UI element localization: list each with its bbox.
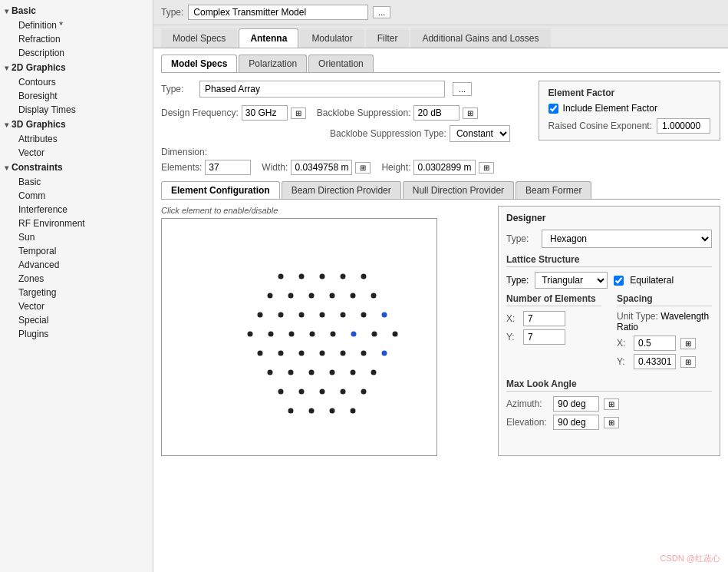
array-dot-47[interactable] xyxy=(351,408,356,414)
equilateral-checkbox[interactable] xyxy=(614,276,624,286)
backlobe-type-select[interactable]: ConstantVariable xyxy=(450,125,510,142)
array-dot-33[interactable] xyxy=(268,370,273,375)
array-dot-22[interactable] xyxy=(331,332,336,337)
lattice-type-select[interactable]: TriangularRectangular xyxy=(535,272,608,289)
array-dot-16[interactable] xyxy=(361,312,367,318)
array-dot-14[interactable] xyxy=(320,312,325,318)
array-dot-3[interactable] xyxy=(341,274,346,279)
array-dot-8[interactable] xyxy=(330,293,335,299)
sidebar-item-sun[interactable]: Sun xyxy=(0,230,153,244)
num-y-input[interactable] xyxy=(523,329,565,345)
sidebar-item-contours[interactable]: Contours xyxy=(0,75,153,89)
sidebar-item-basic[interactable]: Basic xyxy=(0,175,153,189)
sidebar-section-basic[interactable]: ▾Basic xyxy=(0,3,153,18)
sidebar-item-boresight[interactable]: Boresight xyxy=(0,89,153,103)
azimuth-calc-button[interactable]: ⊞ xyxy=(604,398,619,410)
sidebar-section-constraints[interactable]: ▾Constraints xyxy=(0,160,153,175)
array-dot-40[interactable] xyxy=(299,389,305,395)
width-calc-button[interactable]: ⊞ xyxy=(355,162,371,174)
array-dot-15[interactable] xyxy=(341,312,346,318)
array-dot-21[interactable] xyxy=(310,332,315,337)
subtab-orientation[interactable]: Orientation xyxy=(308,55,374,72)
array-dot-25[interactable] xyxy=(393,332,398,337)
array-dot-31[interactable] xyxy=(361,351,367,356)
array-dot-12[interactable] xyxy=(278,312,284,318)
config-tab-beam-direction-provider[interactable]: Beam Direction Provider xyxy=(282,181,401,199)
array-dot-37[interactable] xyxy=(351,370,356,375)
array-dot-41[interactable] xyxy=(320,389,325,395)
sidebar-item-vector[interactable]: Vector xyxy=(0,299,153,313)
array-dot-27[interactable] xyxy=(278,351,284,356)
array-dot-42[interactable] xyxy=(341,389,346,395)
sidebar-item-targeting[interactable]: Targeting xyxy=(0,286,153,299)
config-tab-element-configuration[interactable]: Element Configuration xyxy=(161,181,280,199)
array-dot-45[interactable] xyxy=(309,408,315,414)
array-dot-0[interactable] xyxy=(278,274,284,279)
tab-antenna[interactable]: Antenna xyxy=(239,28,298,48)
design-freq-calc-button[interactable]: ⊞ xyxy=(291,107,306,119)
sidebar-item-temporal[interactable]: Temporal xyxy=(0,244,153,258)
elevation-calc-button[interactable]: ⊞ xyxy=(604,417,619,428)
array-dot-11[interactable] xyxy=(258,312,263,318)
elevation-input[interactable] xyxy=(553,415,599,430)
sidebar-item-interference[interactable]: Interference xyxy=(0,203,153,217)
sidebar-item-definition-[interactable]: Definition * xyxy=(0,18,153,32)
array-dot-1[interactable] xyxy=(299,274,305,279)
array-dot-4[interactable] xyxy=(361,274,367,279)
array-dot-29[interactable] xyxy=(320,351,325,356)
tab-additional-gains-and-losses[interactable]: Additional Gains and Losses xyxy=(410,28,550,48)
sidebar-item-plugins[interactable]: Plugins xyxy=(0,327,153,341)
array-dot-17[interactable] xyxy=(382,312,387,318)
spacing-y-input[interactable] xyxy=(634,354,676,369)
array-dot-7[interactable] xyxy=(309,293,315,299)
array-dot-18[interactable] xyxy=(248,332,253,337)
array-dot-26[interactable] xyxy=(258,351,263,356)
array-dot-2[interactable] xyxy=(320,274,325,279)
array-dot-5[interactable] xyxy=(268,293,273,299)
array-dot-19[interactable] xyxy=(268,332,274,337)
height-calc-button[interactable]: ⊞ xyxy=(479,162,494,174)
sidebar-item-display-times[interactable]: Display Times xyxy=(0,103,153,117)
sidebar-item-attributes[interactable]: Attributes xyxy=(0,132,153,146)
designer-type-select[interactable]: HexagonRectangularCustom xyxy=(542,230,712,248)
sidebar-item-comm[interactable]: Comm xyxy=(0,189,153,203)
config-tab-beam-former[interactable]: Beam Former xyxy=(516,181,591,199)
array-dot-39[interactable] xyxy=(278,389,284,395)
azimuth-input[interactable] xyxy=(553,396,599,412)
sidebar-item-special[interactable]: Special xyxy=(0,313,153,327)
array-dot-10[interactable] xyxy=(371,293,377,299)
sidebar-item-refraction[interactable]: Refraction xyxy=(0,32,153,46)
tab-filter[interactable]: Filter xyxy=(366,28,410,48)
subtab-model-specs[interactable]: Model Specs xyxy=(161,55,237,72)
array-dot-34[interactable] xyxy=(288,370,294,375)
tab-model-specs[interactable]: Model Specs xyxy=(161,28,237,48)
array-dot-38[interactable] xyxy=(371,370,377,375)
antenna-type-dots-button[interactable]: ... xyxy=(453,82,472,96)
array-dot-6[interactable] xyxy=(288,293,294,299)
spacing-x-input[interactable] xyxy=(634,336,676,351)
array-dot-43[interactable] xyxy=(361,389,367,395)
array-dot-30[interactable] xyxy=(341,351,346,356)
sidebar-item-advanced[interactable]: Advanced xyxy=(0,258,153,272)
array-dot-36[interactable] xyxy=(330,370,335,375)
array-dot-13[interactable] xyxy=(299,312,305,318)
num-x-input[interactable] xyxy=(523,311,565,326)
array-dot-44[interactable] xyxy=(288,408,294,414)
array-dot-32[interactable] xyxy=(382,351,387,356)
sidebar-section-2d-graphics[interactable]: ▾2D Graphics xyxy=(0,60,153,75)
sidebar-item-vector[interactable]: Vector xyxy=(0,146,153,160)
array-dot-20[interactable] xyxy=(289,332,295,337)
backlobe-calc-button[interactable]: ⊞ xyxy=(463,107,478,119)
sidebar-item-description[interactable]: Description xyxy=(0,46,153,60)
subtab-polarization[interactable]: Polarization xyxy=(239,55,307,72)
array-dot-9[interactable] xyxy=(351,293,356,299)
type-dots-button[interactable]: ... xyxy=(373,6,390,18)
array-dot-24[interactable] xyxy=(372,332,377,337)
sidebar-item-rf-environment[interactable]: RF Environment xyxy=(0,217,153,230)
spacing-y-calc-button[interactable]: ⊞ xyxy=(680,356,696,368)
sidebar-section-3d-graphics[interactable]: ▾3D Graphics xyxy=(0,117,153,132)
config-tab-null-direction-provider[interactable]: Null Direction Provider xyxy=(403,181,514,199)
array-dot-28[interactable] xyxy=(299,351,305,356)
spacing-x-calc-button[interactable]: ⊞ xyxy=(680,338,696,349)
array-dot-23[interactable] xyxy=(351,332,357,337)
